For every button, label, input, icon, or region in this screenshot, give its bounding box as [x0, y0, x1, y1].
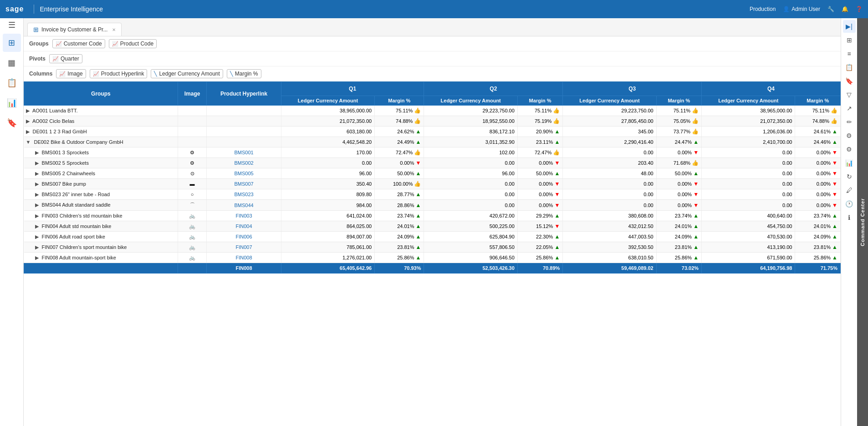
row-q3-lca: 432,012.50 — [563, 221, 656, 232]
right-grid-icon[interactable]: ⊞ — [843, 34, 856, 46]
user-icon[interactable]: 👤 Admin User — [783, 6, 820, 12]
table-row: ▶ FIN004 Adult std mountain bike 🚲 FIN00… — [24, 221, 841, 232]
expand-icon[interactable]: ▼ — [26, 139, 31, 145]
product-hyperlink[interactable]: BMS002 — [234, 160, 253, 166]
product-hyperlink[interactable]: BMS005 — [234, 171, 253, 176]
expand-icon[interactable]: ▶ — [35, 223, 39, 229]
product-hyperlink[interactable]: FIN003 — [236, 213, 252, 218]
row-group-name: ▶ BMS001 3 Sprockets — [24, 147, 178, 158]
row-product-link[interactable]: BMS002 — [207, 158, 281, 168]
expand-icon[interactable]: ▶ — [26, 108, 30, 113]
right-clock-icon[interactable]: 🕐 — [843, 198, 856, 210]
expand-icon[interactable]: ▶ — [35, 202, 39, 208]
expand-icon[interactable]: ▶ — [35, 181, 39, 187]
row-q4-lca: 0.00 — [702, 147, 795, 158]
row-q3-margin: 50.00% ▲ — [656, 168, 701, 179]
filter-image-icon: 📈 — [59, 71, 66, 77]
right-clipboard-icon[interactable]: 📋 — [843, 61, 856, 74]
tab-close-button[interactable]: ✕ — [112, 27, 116, 32]
row-product-link[interactable]: BMS001 — [207, 147, 281, 158]
filter-quarter[interactable]: 📈 Quarter — [49, 54, 82, 63]
product-hyperlink[interactable]: FIN004 — [236, 223, 252, 229]
expand-icon[interactable]: ▶ — [35, 171, 39, 176]
row-q1-lca: 170.00 — [281, 147, 374, 158]
wrench-icon[interactable]: 🔧 — [827, 6, 834, 12]
row-image: 🚲 — [178, 232, 207, 242]
hamburger-icon[interactable]: ☰ — [8, 20, 15, 30]
row-product-link[interactable]: BMS005 — [207, 168, 281, 179]
right-pen-icon[interactable]: 🖊 — [843, 184, 856, 197]
sidebar-report-icon[interactable]: 📋 — [3, 74, 21, 92]
row-q4-lca: 0.00 — [702, 179, 795, 189]
groups-filter-section: Groups 📈 Customer Code 📈 Product Code — [24, 36, 841, 51]
expand-icon[interactable]: ▶ — [35, 255, 39, 260]
sidebar-home-icon[interactable]: ⊞ — [3, 34, 21, 52]
row-product-link[interactable]: BMS044 — [207, 200, 281, 211]
row-q4-lca: 400,640.00 — [702, 211, 795, 221]
product-hyperlink[interactable]: FIN007 — [236, 244, 252, 250]
row-product-link[interactable]: FIN004 — [207, 221, 281, 232]
row-product-link[interactable]: FIN007 — [207, 242, 281, 253]
right-chart-icon[interactable]: 📊 — [843, 157, 856, 169]
row-q3-lca: 0.00 — [563, 179, 656, 189]
expand-icon[interactable]: ▶ — [35, 160, 39, 166]
right-bookmark-icon[interactable]: 🔖 — [843, 75, 856, 87]
product-hyperlink[interactable]: BMS001 — [234, 150, 253, 155]
total-link: FIN008 — [207, 263, 281, 274]
filter-product-hyperlink[interactable]: 📈 Product Hyperlink — [90, 69, 148, 78]
bell-icon[interactable]: 🔔 — [842, 6, 848, 12]
right-filter-icon[interactable]: ▽ — [843, 88, 856, 101]
right-sliders-icon[interactable]: ⚙ — [843, 129, 856, 142]
expand-icon[interactable]: ▶ — [35, 192, 39, 197]
row-q3-lca: 29,223,750.00 — [563, 106, 656, 116]
row-q1-lca: 809.80 — [281, 189, 374, 200]
row-q3-margin: 24.01% ▲ — [656, 221, 701, 232]
top-nav: sage Enterprise Intelligence Production … — [0, 0, 868, 18]
right-panel-icon[interactable]: ▶| — [843, 20, 856, 33]
row-q3-lca: 0.00 — [563, 200, 656, 211]
main-tab[interactable]: ⊞ Invoice by Customer & Pr... ✕ — [27, 23, 122, 36]
product-hyperlink[interactable]: FIN006 — [236, 234, 252, 239]
filter-ledger-currency[interactable]: ╲ Ledger Currency Amount — [151, 69, 223, 78]
row-product-link[interactable]: FIN003 — [207, 211, 281, 221]
row-q3-margin: 23.74% ▲ — [656, 211, 701, 221]
row-product-link[interactable]: FIN006 — [207, 232, 281, 242]
row-q4-margin: 24.46% ▲ — [795, 137, 841, 147]
right-edit-icon[interactable]: ✏ — [843, 116, 856, 128]
row-group-name: ▼ DE002 Bike & Outdoor Company GmbH — [24, 137, 178, 147]
right-layers-icon[interactable]: ≡ — [843, 47, 856, 60]
row-q4-margin: 74.88% 👍 — [795, 116, 841, 127]
row-q1-margin: 24.01% ▲ — [375, 221, 424, 232]
help-icon[interactable]: ❓ — [856, 6, 863, 12]
row-product-link[interactable]: FIN008 — [207, 253, 281, 263]
expand-icon[interactable]: ▶ — [26, 129, 30, 134]
expand-icon[interactable]: ▶ — [35, 213, 39, 218]
row-product-link[interactable]: BMS023 — [207, 189, 281, 200]
command-center-bar[interactable]: Command Center — [857, 18, 868, 426]
expand-icon[interactable]: ▶ — [35, 234, 39, 239]
row-q3-margin: 23.81% ▲ — [656, 242, 701, 253]
filter-margin-pct[interactable]: ╲ Margin % — [227, 69, 261, 78]
expand-icon[interactable]: ▶ — [26, 118, 30, 124]
expand-icon[interactable]: ▶ — [35, 244, 39, 250]
product-hyperlink[interactable]: BMS044 — [234, 203, 253, 208]
product-hyperlink[interactable]: FIN008 — [236, 255, 252, 260]
right-refresh-icon[interactable]: ↻ — [843, 170, 856, 183]
filter-product-code[interactable]: 📈 Product Code — [109, 39, 157, 48]
right-export-icon[interactable]: ↗ — [843, 102, 856, 115]
filter-customer-code[interactable]: 📈 Customer Code — [52, 39, 105, 48]
sidebar-chart-icon[interactable]: 📊 — [3, 94, 21, 112]
row-q2-margin: 22.05% ▲ — [517, 242, 562, 253]
sidebar-grid-icon[interactable]: ▦ — [3, 54, 21, 72]
row-q3-lca: 447,003.50 — [563, 232, 656, 242]
table-row: ▶ BMS044 Adult standard saddle ⌒ BMS044 … — [24, 200, 841, 211]
product-hyperlink[interactable]: BMS023 — [234, 192, 253, 197]
product-hyperlink[interactable]: BMS007 — [234, 181, 253, 187]
filter-image[interactable]: 📈 Image — [56, 69, 86, 78]
row-q1-lca: 0.00 — [281, 158, 374, 168]
right-gear-icon[interactable]: ⚙ — [843, 143, 856, 156]
right-info-icon[interactable]: ℹ — [843, 211, 856, 224]
row-product-link[interactable]: BMS007 — [207, 179, 281, 189]
expand-icon[interactable]: ▶ — [35, 150, 39, 155]
sidebar-bookmark-icon[interactable]: 🔖 — [3, 114, 21, 132]
